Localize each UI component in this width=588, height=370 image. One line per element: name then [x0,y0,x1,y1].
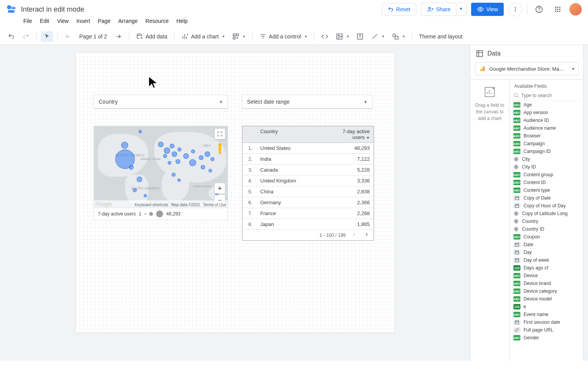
menu-edit[interactable]: Edit [37,16,52,26]
collapsed-right-panel[interactable] [583,45,588,361]
next-page-button[interactable] [112,31,125,42]
menu-insert[interactable]: Insert [73,16,93,26]
field-item[interactable]: Copy of Hour of Day [510,202,583,210]
field-item[interactable]: ABCApp version [510,109,583,116]
table-row[interactable]: 1.United States48,293 [242,143,374,154]
map-keyboard-shortcuts[interactable]: Keyboard shortcuts [135,203,168,207]
map-fullscreen-button[interactable] [214,129,225,139]
field-item[interactable]: ABCDevice category [510,287,583,295]
field-item[interactable]: ABCDevice [510,272,583,280]
field-item[interactable]: ABCContent group [510,171,583,179]
field-item[interactable]: First session date [510,318,583,326]
table-next-page[interactable] [363,231,371,239]
field-item[interactable]: ABCContent ID [510,179,583,186]
map-pegman[interactable] [214,141,225,156]
chart-drop-area[interactable]: Drag a field to the canvas to add a char… [470,80,510,361]
field-item[interactable]: Country ID [510,225,583,233]
field-item[interactable]: City [510,155,583,163]
table-col-idx[interactable] [242,126,256,142]
field-item[interactable]: ABCDevice brand [510,280,583,287]
fields-list[interactable]: ABCAgeABCApp versionABCAudience IDABCAud… [510,101,583,361]
country-filter-control[interactable]: Country ▼ [94,95,228,109]
menu-help[interactable]: Help [173,16,191,26]
field-item[interactable]: ABCContent type [510,186,583,194]
map-zoom-in-button[interactable]: + [214,183,225,194]
svg-rect-45 [515,243,519,247]
reset-button[interactable]: Reset [382,3,416,16]
report-canvas[interactable]: Country ▼ Select date range ▼ NORTH A [76,53,394,332]
field-item[interactable]: ABCCoupon [510,233,583,241]
redo-button[interactable] [19,31,33,42]
table-row[interactable]: 7.France2,268 [242,208,374,219]
document-title[interactable]: Interact in edit mode [21,5,84,14]
field-item[interactable]: Full page URL [510,326,583,334]
menu-view[interactable]: View [54,16,72,26]
add-data-button[interactable]: Add data [133,31,170,42]
page-indicator[interactable]: Page 1 of 2 [76,31,110,42]
line-button[interactable] [368,31,387,42]
field-item[interactable]: ABCGender [510,334,583,342]
datasource-selector[interactable]: Google Merchandise Store: Ma… ▼ [475,62,579,75]
share-button[interactable]: Share [421,3,456,16]
field-name: Content ID [524,180,546,185]
embed-button[interactable] [318,31,331,42]
field-search-input[interactable] [521,93,579,98]
field-item[interactable]: Day [510,248,583,256]
field-item[interactable]: ABCBrowser [510,132,583,140]
apps-button[interactable] [551,2,565,16]
menu-file[interactable]: File [20,16,35,26]
shape-button[interactable] [389,31,408,42]
map-terms-link[interactable]: Terms of Use [203,203,226,207]
field-item[interactable]: Copy of Latitude Long [510,210,583,217]
field-item[interactable]: ABCCampaign ID [510,148,583,155]
field-item[interactable]: City ID [510,163,583,171]
table-col-country[interactable]: Country [256,126,331,142]
table-row[interactable]: 2.India7,122 [242,154,374,165]
field-item[interactable]: ABCDevice model [510,295,583,303]
menu-arrange[interactable]: Arrange [115,16,141,26]
field-item[interactable]: 123Days ago cf [510,264,583,272]
field-item[interactable]: ABCAudience ID [510,116,583,124]
view-button[interactable]: View [471,3,504,16]
selection-tool[interactable] [41,31,53,42]
field-item[interactable]: ABCAudience name [510,124,583,132]
table-row[interactable]: 8.Japan1,865 [242,219,374,230]
field-item[interactable]: Copy of Date [510,194,583,202]
field-item[interactable]: Country [510,217,583,225]
community-viz-button[interactable] [229,31,248,42]
add-chart-button[interactable]: Add a chart [179,31,228,42]
table-prev-page[interactable] [350,231,358,239]
theme-layout-button[interactable]: Theme and layout [416,31,466,42]
menu-page[interactable]: Page [95,16,114,26]
help-button[interactable] [532,2,546,16]
field-item[interactable]: ABCAge [510,101,583,109]
account-avatar[interactable] [569,3,582,16]
field-item[interactable]: ABCEvent name [510,311,583,318]
share-dropdown-caret[interactable]: ▼ [456,3,466,16]
field-item[interactable]: Date [510,241,583,248]
row-country: United States [256,143,331,153]
add-control-button[interactable]: Add a control [256,31,310,42]
text-button[interactable] [353,31,367,42]
table-row[interactable]: 4.United Kingdom3,336 [242,175,374,186]
undo-button[interactable] [5,31,18,42]
map-viewport[interactable]: NORTH AMERICA SOUTH AMERICA ASIA Atlanti… [94,126,228,208]
image-button[interactable] [333,31,352,42]
more-options-button[interactable] [508,2,522,16]
date-range-control[interactable]: Select date range ▼ [242,95,372,109]
field-item[interactable]: ABCCampaign [510,140,583,148]
prev-page-button[interactable] [61,31,75,42]
canvas-area[interactable]: Country ▼ Select date range ▼ NORTH A [0,45,470,361]
field-name: Copy of Hour of Day [524,203,566,208]
table-col-users[interactable]: 7-day active users [331,126,374,142]
country-table-chart[interactable]: Country 7-day active users 1.United Stat… [242,126,374,241]
svg-rect-33 [480,69,482,71]
table-row[interactable]: 3.Canada5,228 [242,165,374,175]
table-row[interactable]: 6.Germany2,366 [242,197,374,208]
field-item[interactable]: 123e [510,303,583,311]
table-row[interactable]: 5.China2,838 [242,186,374,197]
menu-resource[interactable]: Resource [142,16,172,26]
field-item[interactable]: Day of week [510,256,583,264]
svg-rect-48 [515,321,519,324]
geo-map-chart[interactable]: NORTH AMERICA SOUTH AMERICA ASIA Atlanti… [94,126,228,220]
